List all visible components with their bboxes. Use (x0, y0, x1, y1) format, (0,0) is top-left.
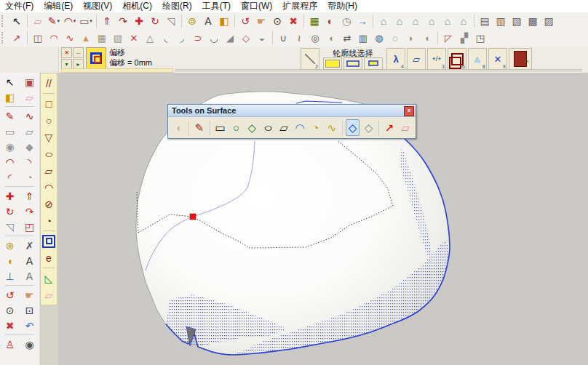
endpoints-line-button[interactable]: +/+ 3 (427, 48, 446, 70)
vertex-edit-icon[interactable]: ◇ (239, 31, 253, 45)
three-point-arc-icon[interactable]: ◝ (22, 154, 38, 169)
pie-on-surface-icon[interactable]: ◔ (41, 213, 56, 228)
rotated-rectangle-icon[interactable]: ▱ (22, 124, 38, 139)
smoove-icon[interactable]: ▧ (111, 31, 125, 45)
polygon-on-surface-icon[interactable]: ◇ (245, 119, 259, 136)
follow-edges-icon[interactable]: ⊃ (191, 31, 205, 45)
component-icon[interactable]: ▣ (22, 74, 38, 89)
section-plane-icon[interactable]: ▤ (477, 14, 492, 28)
tool-point-handle[interactable] (190, 214, 196, 220)
zoom-extents-icon[interactable]: ✖ (286, 14, 301, 28)
model-viewport[interactable]: Tools on Surface x ◖✎▭○◇○▱◠◔∿◇◇↗▱ (58, 73, 588, 365)
solid-subtract-icon[interactable]: ◌ (388, 31, 402, 45)
weld-icon[interactable]: ∪ (276, 31, 290, 45)
offset-on-surface-icon[interactable] (41, 233, 56, 249)
previous-view-icon[interactable]: ↶ (22, 318, 38, 333)
eraser-tool-icon[interactable]: ▱ (22, 89, 38, 105)
view-back-icon[interactable]: ⌂ (440, 14, 455, 28)
close-icon[interactable]: ✕ (61, 47, 72, 58)
sandbox-scratch-icon[interactable]: ▦ (95, 31, 109, 45)
rectangle-on-surface-icon[interactable]: ▭ (213, 119, 228, 136)
arc-tool-icon[interactable]: ◠▾ (63, 14, 77, 28)
wrap-icon[interactable]: ◗ (404, 31, 418, 45)
rectangle-tool-icon[interactable]: ▭ (2, 124, 18, 139)
zoom-extents-icon[interactable]: ✖ (2, 318, 18, 333)
arc-tool-icon[interactable]: ◜ (2, 169, 18, 185)
extra-tool-2-icon[interactable]: ▞ (457, 31, 472, 45)
contour-inner-button[interactable] (364, 57, 383, 70)
follow-me-tool-icon[interactable]: ↷ (22, 204, 38, 219)
contour-outline-button[interactable] (343, 57, 362, 70)
pie-tool-icon[interactable]: ◔ (22, 169, 38, 185)
section-fill-icon[interactable]: ▩ (525, 14, 540, 28)
export-icon[interactable]: → (355, 14, 370, 28)
pencil-on-surface-icon[interactable]: ✎ (192, 119, 207, 136)
line-tool-icon[interactable]: ✎▾ (47, 14, 61, 28)
two-point-arc-icon[interactable]: ◠ (2, 154, 18, 169)
rectangle-tool-icon[interactable]: ▭▾ (79, 14, 93, 28)
freehand-on-surface-icon[interactable]: e (41, 250, 56, 265)
freehand-tool-icon[interactable]: ∿ (22, 108, 38, 124)
parallelogram-on-surface-icon[interactable]: ▱ (277, 119, 291, 136)
ellipse-on-surface-icon[interactable]: ○ (261, 119, 275, 136)
close-icon[interactable]: x (404, 106, 414, 116)
pan-icon[interactable]: ☛ (254, 14, 269, 28)
follow-me-tool-icon[interactable]: ↷ (116, 14, 130, 28)
dimension-text-icon[interactable]: A (201, 14, 215, 28)
rectangle-on-surface-icon[interactable]: □ (41, 96, 56, 111)
view-iso-icon[interactable]: ⌂ (376, 14, 391, 28)
single-line-button[interactable]: 2 (301, 48, 319, 70)
drape-icon[interactable]: △ (143, 31, 157, 45)
section-cut-icon[interactable]: ▧ (509, 14, 524, 28)
menu-item[interactable]: 窗口(W) (236, 0, 277, 13)
menu-item[interactable]: 绘图(R) (157, 0, 197, 13)
solid-union-icon[interactable]: ◍ (372, 31, 386, 45)
tools-on-surface-window[interactable]: Tools on Surface x ◖✎▭○◇○▱◠◔∿◇◇↗▱ (167, 104, 416, 139)
offset-tool-icon[interactable]: ◰ (22, 219, 38, 234)
contour-fill-button[interactable] (323, 57, 342, 70)
zoom-window-icon[interactable]: ⊡ (22, 302, 38, 318)
ellipse-on-surface-icon[interactable]: ○ (41, 146, 56, 161)
shell-icon[interactable]: ◖ (324, 31, 338, 45)
offset-on-surface-icon[interactable]: ◇ (346, 119, 360, 136)
eraser-on-surface-icon[interactable]: ▱ (398, 119, 413, 136)
line-tool-icon[interactable]: ✎ (2, 108, 18, 124)
move-tool-icon[interactable]: ✚ (2, 188, 18, 204)
view-left-icon[interactable]: ⌂ (456, 14, 471, 28)
view-front-icon[interactable]: ⌂ (408, 14, 423, 28)
orbit-icon[interactable]: ↺ (238, 14, 253, 28)
tape-measure-icon[interactable]: ⊚ (185, 14, 199, 28)
offset-open-icon[interactable]: ◇ (361, 119, 376, 136)
curve-maker-icon[interactable]: ◡ (207, 31, 221, 45)
polygon-tool-icon[interactable]: ◆ (22, 139, 38, 154)
surface-shell-icon[interactable]: ◖ (171, 119, 186, 136)
cross-edges-button[interactable]: ✕ 9 (488, 48, 507, 70)
parallelogram-on-surface-icon[interactable]: ▱ (41, 163, 56, 178)
offset-tool-indicator-icon[interactable] (86, 47, 106, 69)
circle-tool-icon[interactable]: ◉ (2, 139, 18, 154)
unwrap-icon[interactable]: ◖ (420, 31, 434, 45)
edge-angle-button[interactable]: λ 4 (386, 48, 405, 70)
protractor-icon[interactable]: ◖ (2, 253, 18, 268)
tools-on-surface-titlebar[interactable]: Tools on Surface x (168, 105, 416, 117)
arc-on-surface-icon[interactable]: ◠ (41, 180, 56, 195)
freehand-on-surface-icon[interactable]: ∿ (325, 119, 339, 136)
circle-radius-on-surface-icon[interactable]: ⊘ (41, 196, 56, 212)
curve-edit-icon[interactable]: ◫ (31, 31, 45, 45)
extra-tool-1-icon[interactable]: ◸ (441, 31, 456, 45)
bezier-curve-icon[interactable]: ↗ (9, 31, 24, 45)
paint-bucket-icon[interactable]: ◧ (2, 89, 18, 105)
circle-on-surface-icon[interactable]: ○ (229, 119, 244, 136)
toolbar-grip[interactable] (1, 32, 7, 44)
stamp-icon[interactable]: ✕ (127, 31, 141, 45)
soap-skin-icon[interactable]: ◒ (255, 31, 269, 45)
toolbar-grip[interactable] (1, 15, 7, 27)
component-array-icon[interactable]: ▥ (356, 31, 370, 45)
collapse-icon[interactable]: -- (73, 47, 84, 58)
arc-center-icon[interactable]: ◠ (47, 31, 61, 45)
mirror-icon[interactable]: ⇄ (340, 31, 354, 45)
polygon-on-surface-icon[interactable]: ▽ (41, 129, 56, 145)
menu-item[interactable]: 视图(V) (78, 0, 117, 13)
extrude-edges-icon[interactable]: ◟ (159, 31, 173, 45)
zoom-icon[interactable]: ⊙ (270, 14, 285, 28)
